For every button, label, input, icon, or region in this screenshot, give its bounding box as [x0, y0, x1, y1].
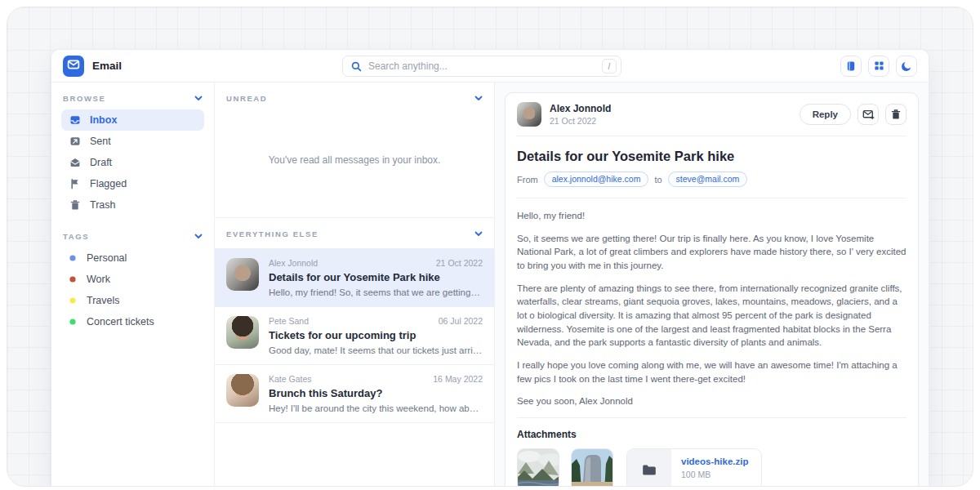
mail-plus-icon: [862, 109, 875, 120]
list-item-preview: Good day, mate! It seems that our ticket…: [269, 345, 483, 355]
attachment-file-card[interactable]: videos-hike.zip 100 MB: [626, 448, 762, 486]
list-item[interactable]: Kate Gates 16 May 2022 Brunch this Satur…: [215, 364, 494, 422]
sidebar-item-label: Flagged: [90, 178, 127, 189]
trash-icon: [69, 199, 81, 211]
sidebar-item-draft[interactable]: Draft: [61, 152, 204, 173]
sidebar-item-trash[interactable]: Trash: [61, 194, 204, 216]
search-bar[interactable]: /: [342, 56, 621, 77]
list-item-subject: Brunch this Saturday?: [269, 387, 483, 399]
everything-else-section-header: EVERYTHING ELSE: [215, 217, 494, 248]
divider: [517, 417, 906, 418]
tags-section-header: TAGS: [61, 232, 204, 241]
file-name-link[interactable]: videos-hike.zip: [681, 457, 748, 466]
delete-button[interactable]: [885, 104, 906, 125]
book-button[interactable]: [840, 56, 862, 77]
app-title: Email: [92, 60, 122, 72]
list-item[interactable]: Pete Sand 06 Jul 2022 Tickets for our up…: [215, 306, 494, 364]
unread-empty-state: You've read all messages in your inbox.: [215, 103, 494, 217]
mail-list-column: UNREAD You've read all messages in your …: [215, 82, 495, 486]
draft-icon: [69, 157, 81, 168]
list-divider: [215, 422, 494, 486]
folder-icon: [642, 464, 657, 476]
sender-identity: Alex Jonnold 21 Oct 2022: [550, 103, 611, 126]
reply-button[interactable]: Reply: [800, 104, 851, 125]
search-icon: [351, 61, 362, 72]
sidebar-item-label: Sent: [90, 136, 111, 147]
app-header: Email /: [51, 50, 929, 82]
folder-nav: Inbox Sent Draft: [61, 109, 204, 216]
email-paragraph: See you soon, Alex Jonnold: [517, 394, 906, 408]
list-item-preview: Hey! I'll be around the city this weeken…: [269, 403, 483, 413]
sidebar-item-inbox[interactable]: Inbox: [61, 109, 204, 131]
email-detail-card: Alex Jonnold 21 Oct 2022 Reply: [505, 92, 919, 486]
from-email-pill[interactable]: alex.jonnold@hike.com: [544, 172, 649, 187]
file-icon-area: [627, 449, 671, 486]
search-input[interactable]: [368, 60, 595, 72]
avatar: [226, 316, 259, 349]
apps-grid-button[interactable]: [868, 56, 889, 77]
email-subject: Details for our Yosemite Park hike: [517, 149, 906, 164]
tag-dot-icon: [69, 297, 76, 304]
trash-icon: [890, 109, 902, 120]
avatar: [226, 374, 259, 407]
file-meta: videos-hike.zip 100 MB: [671, 449, 761, 486]
list-item-date: 06 Jul 2022: [439, 316, 483, 326]
email-app-window: Email /: [51, 49, 929, 486]
attachment-photo-valley[interactable]: [517, 448, 559, 486]
dark-mode-button[interactable]: [896, 56, 917, 77]
envelope-icon: [67, 58, 80, 74]
email-body: Hello, my friend! So, it seems we are ge…: [517, 198, 906, 408]
avatar: [226, 258, 259, 291]
to-email-pill[interactable]: steve@mail.com: [668, 172, 748, 187]
sidebar-item-label: Inbox: [90, 114, 117, 126]
sidebar-item-label: Trash: [90, 199, 116, 211]
avatar: [517, 102, 541, 127]
tag-item-personal[interactable]: Personal: [61, 247, 204, 269]
list-item-sender: Pete Sand: [269, 316, 309, 326]
tag-item-concert-tickets[interactable]: Concert tickets: [61, 311, 204, 332]
list-item-content: Kate Gates 16 May 2022 Brunch this Satur…: [269, 374, 483, 413]
attachment-photo-half-dome[interactable]: [571, 448, 613, 486]
tag-dot-icon: [69, 276, 76, 283]
list-item-content: Alex Jonnold 21 Oct 2022 Details for our…: [269, 258, 483, 297]
to-label: to: [654, 175, 662, 185]
list-item-content: Pete Sand 06 Jul 2022 Tickets for our up…: [269, 316, 483, 355]
email-paragraph: I really hope you love coming along with…: [517, 359, 906, 385]
attachments-heading: Attachments: [517, 429, 906, 440]
browse-label: BROWSE: [63, 94, 105, 103]
sidebar-item-sent[interactable]: Sent: [61, 131, 204, 152]
chevron-down-icon[interactable]: [194, 234, 203, 239]
email-paragraph: Hello, my friend!: [517, 209, 906, 223]
tags-nav: Personal Work Travels Concert tickets: [61, 247, 204, 332]
header-actions: [840, 56, 917, 77]
inbox-icon: [69, 114, 81, 126]
forward-mail-button[interactable]: [858, 104, 879, 125]
app-body: BROWSE Inbox: [51, 82, 929, 486]
chevron-down-icon[interactable]: [194, 96, 203, 101]
search-shortcut-badge: /: [602, 59, 617, 74]
tag-label: Personal: [87, 252, 127, 264]
tag-item-work[interactable]: Work: [61, 269, 204, 290]
list-item[interactable]: Alex Jonnold 21 Oct 2022 Details for our…: [215, 248, 494, 306]
file-size: 100 MB: [681, 470, 748, 479]
sent-icon: [69, 136, 81, 147]
browse-section-header: BROWSE: [61, 94, 204, 103]
email-detail-header: Alex Jonnold 21 Oct 2022 Reply: [517, 93, 906, 136]
unread-label: UNREAD: [226, 94, 267, 103]
tag-dot-icon: [69, 255, 76, 261]
list-item-preview: Hello, my friend! So, it seems that we a…: [269, 287, 483, 297]
attachments-row: videos-hike.zip 100 MB: [517, 448, 906, 486]
tag-item-travels[interactable]: Travels: [61, 290, 204, 311]
list-item-subject: Details for our Yosemite Park hike: [269, 271, 483, 283]
email-paragraph: So, it seems we are getting there! Our t…: [517, 232, 906, 273]
divider: [517, 136, 906, 136]
sender-name: Alex Jonnold: [550, 103, 611, 114]
everything-else-label: EVERYTHING ELSE: [226, 229, 318, 238]
list-item-sender: Alex Jonnold: [269, 258, 318, 268]
reading-pane: Alex Jonnold 21 Oct 2022 Reply: [495, 82, 929, 486]
chevron-down-icon[interactable]: [474, 96, 483, 101]
book-icon: [845, 60, 857, 72]
tags-label: TAGS: [63, 232, 89, 241]
chevron-down-icon[interactable]: [474, 231, 483, 237]
sidebar-item-flagged[interactable]: Flagged: [61, 173, 204, 194]
